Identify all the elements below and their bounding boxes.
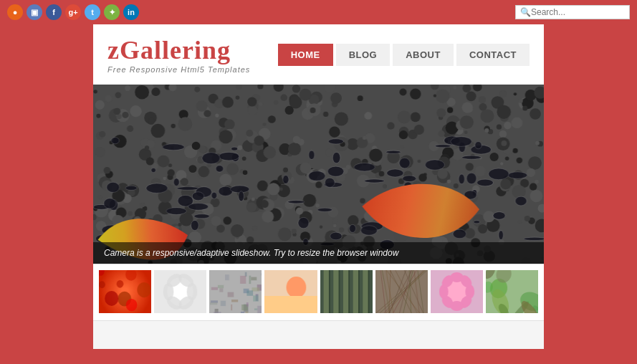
site-logo: zGallering Free Responsive Html5 Templat… [107, 35, 250, 74]
thumb-2[interactable] [154, 270, 206, 313]
nav-about[interactable]: ABOUT [393, 44, 454, 66]
google-plus-icon[interactable]: g+ [65, 4, 81, 20]
rss-icon[interactable]: ● [7, 4, 23, 20]
site-header: zGallering Free Responsive Html5 Templat… [93, 24, 544, 85]
thumb-canvas-6 [375, 270, 428, 313]
search-icon: 🔍 [520, 7, 531, 17]
thumb-canvas-4 [264, 270, 317, 313]
thumb-canvas-1 [99, 270, 151, 313]
thumb-8[interactable] [486, 270, 538, 313]
thumb-4[interactable] [264, 270, 317, 313]
thumb-canvas-5 [320, 270, 373, 313]
site-tagline: Free Responsive Html5 Templates [107, 65, 250, 74]
bottom-section [93, 320, 544, 349]
top-bar: ● ▣ f g+ t ✦ in 🔍 [0, 0, 637, 24]
thumb-6[interactable] [375, 270, 428, 313]
main-container: zGallering Free Responsive Html5 Templat… [93, 24, 544, 349]
thumb-canvas-7 [431, 270, 483, 313]
thumb-canvas-2 [154, 270, 206, 313]
thumb-5[interactable] [320, 270, 373, 313]
hero-caption-text: Camera is a responsive/adaptive slidesho… [104, 248, 271, 258]
nav-contact[interactable]: CONTACT [456, 44, 530, 66]
hero-caption-italic: Try to resize the browser window [274, 248, 399, 258]
nav-blog[interactable]: BLOG [336, 44, 391, 66]
search-bar: 🔍 [515, 5, 630, 19]
search-input[interactable] [531, 7, 624, 17]
hero-canvas [93, 85, 544, 264]
thumbnail-strip [93, 264, 544, 319]
logo-text: zGallering [107, 35, 250, 65]
network-icon[interactable]: ▣ [27, 4, 42, 20]
linkedin-icon[interactable]: in [123, 4, 139, 20]
thumb-3[interactable] [209, 270, 262, 313]
twitter-icon[interactable]: t [85, 4, 100, 20]
nav-home[interactable]: HOME [278, 44, 333, 66]
thumb-canvas-3 [209, 270, 262, 313]
social-icons-group: ● ▣ f g+ t ✦ in [7, 4, 139, 20]
facebook-icon[interactable]: f [46, 4, 62, 20]
hero-caption: Camera is a responsive/adaptive slidesho… [93, 242, 544, 264]
thumb-7[interactable] [431, 270, 483, 313]
hero-section: Camera is a responsive/adaptive slidesho… [93, 85, 544, 264]
thumb-1[interactable] [99, 270, 151, 313]
share-icon[interactable]: ✦ [104, 4, 120, 20]
thumb-canvas-8 [486, 270, 538, 313]
nav-menu: HOME BLOG ABOUT CONTACT [278, 44, 530, 66]
